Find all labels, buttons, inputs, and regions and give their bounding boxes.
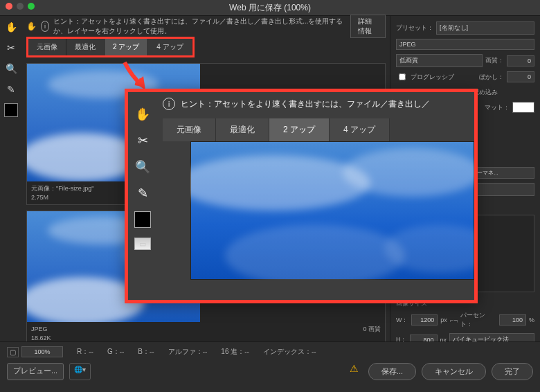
progressive-label: プログレッシブ (411, 73, 454, 82)
blur-label: ぼかし： (479, 73, 504, 82)
tab-original[interactable]: 元画像 (28, 39, 66, 55)
blur-input[interactable]: 0 (507, 71, 534, 82)
slice-tool-icon[interactable]: ✂︎ (4, 41, 18, 55)
callout-hint-text: ヒント：アセットをより速く書き出すには、ファイル／書き出し／ (181, 98, 430, 110)
tab-optimized[interactable]: 最適化 (66, 39, 105, 55)
callout-tab-4up[interactable]: 4 アップ (330, 118, 390, 141)
callout-view-tabs: 元画像 最適化 2 アップ 4 アップ (163, 118, 469, 141)
readout-hex: 16 進：-- (221, 347, 249, 357)
pane1-label: 元画像："File-size.jpg" (31, 185, 93, 192)
hand-hint-icon: ✋ (26, 19, 37, 33)
info-icon: i (41, 21, 49, 32)
pane2-quality: 0 画質 (363, 325, 381, 334)
percent-label: パーセント： (460, 311, 496, 329)
matte-swatch[interactable] (512, 102, 534, 113)
callout-tab-optimized[interactable]: 最適化 (216, 118, 269, 141)
callout-tab-2up[interactable]: 2 アップ (269, 118, 330, 141)
hand-tool-icon[interactable]: ✋ (4, 20, 18, 34)
readout-index: インデックス：-- (263, 347, 316, 357)
width-label: W： (396, 316, 408, 325)
readout-g: G：-- (107, 347, 124, 357)
detail-info-button[interactable]: 詳細情報 (350, 15, 386, 38)
progressive-checkbox[interactable] (399, 73, 406, 80)
left-toolbar: ✋ ✂︎ 🔍 ✎ (0, 16, 22, 369)
readout-r: R：-- (77, 347, 93, 357)
quality-level-select[interactable]: 低画質 (396, 54, 483, 67)
callout-slice-tool-icon[interactable]: ✂︎ (134, 132, 151, 149)
window-titlebar: Web 用に保存 (100%) (0, 0, 540, 16)
callout-tab-original[interactable]: 元画像 (163, 118, 216, 141)
width-input[interactable]: 1200 (411, 314, 438, 326)
pane1-size: 2.75M (31, 194, 48, 201)
save-button[interactable]: 保存... (368, 363, 416, 380)
zoom-callout: ✋ ✂︎ 🔍 ✎ ▭ i ヒント：アセットをより速く書き出すには、ファイル／書き… (125, 89, 478, 303)
minimize-window-icon (17, 3, 24, 10)
percent-input[interactable]: 100 (499, 314, 526, 326)
callout-eyedropper-tool-icon[interactable]: ✎ (134, 185, 151, 202)
tab-2up[interactable]: 2 アップ (105, 39, 148, 55)
callout-zoom-tool-icon[interactable]: 🔍 (134, 159, 151, 175)
zoom-tool-icon[interactable]: 🔍 (4, 62, 18, 75)
quality-label: 画質： (485, 56, 504, 65)
done-button[interactable]: 完了 (492, 363, 533, 380)
quality-input[interactable]: 0 (507, 55, 534, 66)
footer-bar: ▢ 100% R：-- G：-- B：-- アルファ：-- 16 進：-- イン… (0, 341, 540, 392)
callout-preview-image[interactable] (190, 141, 474, 280)
zoom-window-icon[interactable] (28, 3, 35, 10)
readout-alpha: アルファ：-- (168, 347, 208, 357)
zoom-select[interactable]: 100% (21, 346, 63, 357)
browser-preview-button[interactable]: 🌐▾ (69, 363, 91, 380)
preset-label: プリセット： (396, 24, 433, 33)
color-swatch[interactable] (4, 103, 18, 117)
close-window-icon[interactable] (6, 3, 12, 10)
callout-info-icon: i (163, 98, 175, 110)
preview-button[interactable]: プレビュー... (7, 363, 64, 380)
hint-text: ヒント：アセットをより速く書き出すには、ファイル／書き出し／書き出し形式...を… (53, 17, 346, 36)
callout-hand-tool-icon[interactable]: ✋ (134, 106, 151, 123)
zoom-out-button[interactable]: ▢ (7, 347, 19, 357)
format-select[interactable]: JPEG (396, 39, 534, 50)
matte-label: マット： (485, 103, 510, 112)
callout-color-swatch[interactable] (134, 211, 151, 228)
view-tabs: 元画像 最適化 2 アップ 4 アップ (26, 37, 195, 57)
pane2-format: JPEG (31, 326, 48, 332)
window-title: Web 用に保存 (100%) (229, 2, 311, 14)
warning-icon: ⚠ (350, 363, 359, 380)
callout-toggle-slices-icon[interactable]: ▭ (134, 238, 151, 250)
readout-b: B：-- (138, 347, 154, 357)
pane2-size: 18.62K (31, 335, 51, 341)
tab-4up[interactable]: 4 アップ (148, 39, 192, 55)
cancel-button[interactable]: キャンセル (422, 363, 486, 380)
eyedropper-tool-icon[interactable]: ✎ (4, 82, 18, 96)
preset-select[interactable]: [名前なし] (436, 21, 534, 35)
